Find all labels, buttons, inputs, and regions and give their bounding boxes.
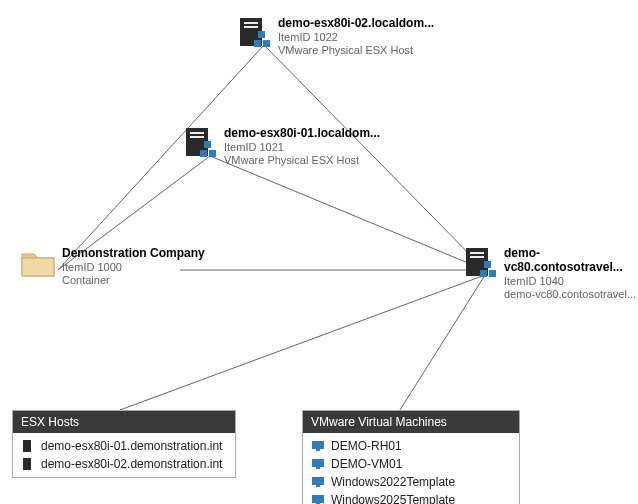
item-label: DEMO-VM01 [331, 457, 402, 471]
svg-rect-27 [23, 458, 31, 470]
list-item[interactable]: DEMO-RH01 [309, 437, 513, 455]
panel-vms: VMware Virtual Machines DEMO-RH01 DEMO-V… [302, 410, 520, 504]
node-desc: Container [62, 274, 205, 286]
svg-rect-33 [316, 485, 320, 487]
svg-rect-31 [316, 467, 320, 469]
node-title: demo-esx80i-02.localdom... [278, 16, 434, 30]
svg-line-3 [210, 156, 485, 270]
svg-rect-34 [312, 495, 324, 503]
item-label: Windows2025Template [331, 493, 455, 504]
panel-body: demo-esx80i-01.demonstration.int demo-es… [13, 433, 235, 477]
node-itemid: ItemID 1021 [224, 141, 380, 153]
panel-header: ESX Hosts [13, 411, 235, 433]
svg-rect-8 [244, 22, 258, 24]
svg-rect-10 [254, 40, 261, 47]
item-label: Windows2022Template [331, 475, 455, 489]
svg-rect-23 [480, 270, 487, 277]
svg-rect-16 [200, 150, 207, 157]
svg-line-5 [120, 275, 485, 410]
svg-rect-12 [258, 31, 265, 38]
node-vcenter[interactable]: demo-vc80.contosotravel... ItemID 1040 d… [460, 246, 638, 300]
node-esx02[interactable]: demo-esx80i-02.localdom... ItemID 1022 V… [234, 16, 434, 57]
server-icon [180, 126, 218, 167]
item-label: DEMO-RH01 [331, 439, 402, 453]
monitor-icon [311, 457, 325, 471]
svg-rect-28 [312, 441, 324, 449]
node-company[interactable]: Demonstration Company ItemID 1000 Contai… [18, 246, 205, 286]
panel-header: VMware Virtual Machines [303, 411, 519, 433]
svg-rect-24 [489, 270, 496, 277]
monitor-icon [311, 493, 325, 504]
list-item[interactable]: Windows2025Template [309, 491, 513, 504]
svg-rect-25 [484, 261, 491, 268]
svg-rect-18 [204, 141, 211, 148]
svg-rect-19 [22, 258, 54, 276]
list-item[interactable]: demo-esx80i-01.demonstration.int [19, 437, 229, 455]
svg-rect-9 [244, 26, 258, 28]
svg-rect-22 [470, 256, 484, 258]
list-item[interactable]: demo-esx80i-02.demonstration.int [19, 455, 229, 473]
node-desc: VMware Physical ESX Host [224, 154, 380, 166]
node-desc: demo-vc80.contosotravel... [504, 288, 638, 300]
host-icon [21, 439, 35, 453]
panel-esx-hosts: ESX Hosts demo-esx80i-01.demonstration.i… [12, 410, 236, 478]
svg-rect-21 [470, 252, 484, 254]
item-label: demo-esx80i-02.demonstration.int [41, 457, 222, 471]
node-title: demo-esx80i-01.localdom... [224, 126, 380, 140]
svg-rect-11 [263, 40, 270, 47]
panel-body: DEMO-RH01 DEMO-VM01 Windows2022Template … [303, 433, 519, 504]
svg-rect-30 [312, 459, 324, 467]
node-itemid: ItemID 1000 [62, 261, 205, 273]
server-icon [234, 16, 272, 57]
svg-rect-15 [190, 136, 204, 138]
svg-rect-29 [316, 449, 320, 451]
server-icon [460, 246, 498, 287]
monitor-icon [311, 475, 325, 489]
node-itemid: ItemID 1040 [504, 275, 638, 287]
svg-rect-17 [209, 150, 216, 157]
svg-rect-32 [312, 477, 324, 485]
svg-rect-14 [190, 132, 204, 134]
node-itemid: ItemID 1022 [278, 31, 434, 43]
svg-rect-26 [23, 440, 31, 452]
monitor-icon [311, 439, 325, 453]
item-label: demo-esx80i-01.demonstration.int [41, 439, 222, 453]
host-icon [21, 457, 35, 471]
folder-icon [18, 246, 56, 283]
node-esx01[interactable]: demo-esx80i-01.localdom... ItemID 1021 V… [180, 126, 380, 167]
node-title: Demonstration Company [62, 246, 205, 260]
node-title: demo-vc80.contosotravel... [504, 246, 638, 274]
list-item[interactable]: DEMO-VM01 [309, 455, 513, 473]
list-item[interactable]: Windows2022Template [309, 473, 513, 491]
node-desc: VMware Physical ESX Host [278, 44, 434, 56]
